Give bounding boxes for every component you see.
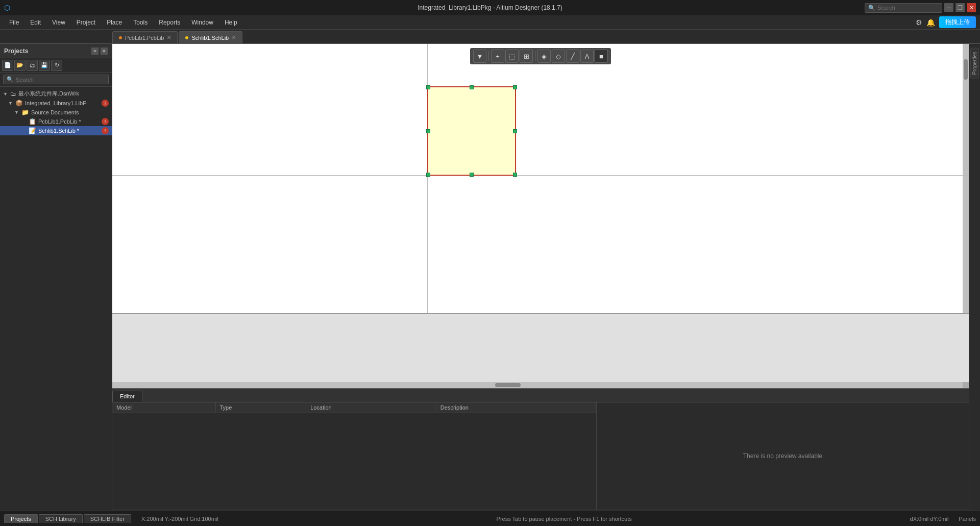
handle-top-center[interactable]	[470, 85, 474, 89]
handle-mid-right[interactable]	[513, 129, 517, 133]
panel-search-wrapper: 🔍	[3, 75, 109, 84]
toolbar-separator-2	[535, 51, 535, 61]
col-location: Location	[306, 402, 436, 413]
delta-coords-display: dX:0mil dY:0mil	[910, 516, 949, 522]
tab-close-pcblib[interactable]: ✕	[167, 35, 171, 40]
title-search-icon: 🔍	[868, 5, 875, 11]
tree-source-docs[interactable]: ▼ 📁 Source Documents	[0, 108, 112, 117]
schlib-label: Schlib1.SchLib *	[38, 128, 100, 134]
app-logo-icon: ⬡	[4, 4, 10, 12]
left-panel: Projects ≡ ✕ 📄 📂 🗂 💾 ↻ 🔍	[0, 44, 112, 526]
editor-content: Model Type Location Descri	[112, 402, 969, 510]
close-button[interactable]: ✕	[967, 3, 976, 12]
line-tool-btn[interactable]: ╱	[566, 50, 579, 63]
menu-edit[interactable]: Edit	[25, 17, 46, 28]
menu-tools[interactable]: Tools	[128, 17, 153, 28]
tab-dot-pcblib	[119, 36, 122, 39]
text-tool-btn[interactable]: A	[580, 50, 594, 63]
tab-pcblib[interactable]: PcbLib1.PcbLib ✕	[112, 31, 178, 43]
refresh-btn[interactable]: ↻	[51, 60, 62, 71]
poly-tool-btn[interactable]: ◇	[552, 50, 565, 63]
menu-bar: File Edit View Project Place Tools Repor…	[0, 15, 980, 30]
handle-top-right[interactable]	[513, 85, 517, 89]
schlib-file-icon: 📝	[29, 127, 36, 134]
tab-editor[interactable]: Editor	[112, 391, 142, 402]
panels-label: Panels	[959, 516, 976, 522]
project-arrow-icon: ▼	[8, 101, 13, 106]
canvas-area: ▼ + ⬚ ⊞ ◈ ◇ ╱ A ■	[112, 44, 969, 526]
grid-tool-btn[interactable]: ⊞	[520, 50, 533, 63]
save-project-btn[interactable]: 💾	[39, 60, 50, 71]
panel-menu-btn[interactable]: ≡	[91, 47, 99, 55]
menu-view[interactable]: View	[47, 17, 70, 28]
title-left: ⬡	[4, 4, 10, 12]
upload-button[interactable]: 拖拽上传	[939, 16, 976, 28]
source-docs-label: Source Documents	[31, 109, 109, 115]
scrollbar-corner	[963, 382, 969, 388]
canvas-upper	[112, 44, 969, 313]
minimize-button[interactable]: ─	[944, 3, 953, 12]
menu-file[interactable]: File	[4, 17, 24, 28]
panel-search-input[interactable]	[16, 77, 105, 83]
tree-pcblib[interactable]: 📋 PcbLib1.PcbLib * !	[0, 117, 112, 126]
tree-workspace[interactable]: ▼ 🗂 最小系统元件库.DsnWrk	[0, 89, 112, 99]
restore-button[interactable]: ❐	[955, 3, 965, 12]
open-file-btn[interactable]: 📂	[14, 60, 26, 71]
menu-window[interactable]: Window	[186, 17, 218, 28]
col-model: Model	[112, 402, 215, 413]
component-rectangle[interactable]	[427, 86, 516, 176]
handle-top-left[interactable]	[426, 85, 430, 89]
tree-project[interactable]: ▼ 📦 Integrated_Library1.LibP !	[0, 99, 112, 108]
workspace-arrow-icon: ▼	[3, 91, 8, 97]
coordinates-display: X:200mil Y:-200mil Grid:100mil	[141, 516, 218, 522]
panel-close-btn[interactable]: ✕	[101, 47, 108, 55]
window-title: Integrated_Library1.LibPkg - Altium Desi…	[418, 4, 562, 11]
filter-tool-btn[interactable]: ▼	[473, 50, 486, 63]
status-bar: Projects SCH Library SCHLIB Filter X:200…	[0, 511, 980, 526]
project-label: Integrated_Library1.LibP	[25, 100, 100, 106]
document-tabs-bar: PcbLib1.PcbLib ✕ Schlib1.SchLib ✕	[0, 30, 980, 44]
rect-tool-btn[interactable]: ⬚	[505, 50, 519, 63]
tab-close-schlib[interactable]: ✕	[232, 35, 236, 40]
handle-bottom-right[interactable]	[513, 173, 517, 177]
folder-icon: 📁	[21, 109, 29, 116]
fill-tool-btn[interactable]: ■	[595, 50, 608, 63]
handle-bottom-center[interactable]	[470, 173, 474, 177]
project-tree: ▼ 🗂 最小系统元件库.DsnWrk ▼ 📦 Integrated_Librar…	[0, 87, 112, 526]
crosshair-vertical	[427, 44, 428, 313]
no-preview-text: There is no preview available	[743, 452, 822, 460]
menu-reports[interactable]: Reports	[154, 17, 185, 28]
tab-schlib[interactable]: Schlib1.SchLib ✕	[179, 31, 242, 43]
pcblib-file-icon: 📋	[29, 118, 36, 125]
title-bar: ⬡ Integrated_Library1.LibPkg - Altium De…	[0, 0, 980, 15]
footer-tab-sch-library[interactable]: SCH Library	[39, 514, 83, 523]
add-pin-btn[interactable]: +	[491, 50, 504, 63]
schlib-badge: !	[102, 127, 109, 134]
handle-bottom-left[interactable]	[426, 173, 430, 177]
menu-project[interactable]: Project	[71, 17, 101, 28]
menu-help[interactable]: Help	[219, 17, 242, 28]
notification-icon[interactable]: 🔔	[926, 18, 935, 27]
canvas-scrollbar-horizontal[interactable]	[112, 382, 963, 388]
canvas-scrollbar-vertical[interactable]	[963, 44, 969, 313]
tab-label-pcblib: PcbLib1.PcbLib	[125, 35, 164, 41]
footer-tab-schlib-filter[interactable]: SCHLIB Filter	[84, 514, 131, 523]
tab-dot-schlib	[185, 36, 188, 39]
scroll-thumb-vertical[interactable]	[964, 59, 968, 80]
settings-icon[interactable]: ⚙	[916, 18, 922, 27]
scroll-thumb-horizontal[interactable]	[495, 383, 521, 387]
canvas-lower	[112, 314, 969, 388]
panel-title: Projects	[4, 47, 28, 55]
title-search-box[interactable]: 🔍	[865, 3, 942, 13]
handle-mid-left[interactable]	[426, 129, 430, 133]
title-right: 🔍 ─ ❐ ✕	[865, 3, 976, 13]
open-folder-btn[interactable]: 🗂	[27, 60, 38, 71]
circle-tool-btn[interactable]: ◈	[537, 50, 551, 63]
tree-schlib[interactable]: 📝 Schlib1.SchLib * !	[0, 126, 112, 135]
tab-label-schlib: Schlib1.SchLib	[191, 35, 229, 41]
new-file-btn[interactable]: 📄	[2, 60, 13, 71]
menu-place[interactable]: Place	[102, 17, 127, 28]
properties-panel-btn[interactable]: Properties	[970, 48, 979, 79]
title-search-input[interactable]	[877, 5, 939, 11]
footer-tab-projects[interactable]: Projects	[4, 514, 38, 523]
